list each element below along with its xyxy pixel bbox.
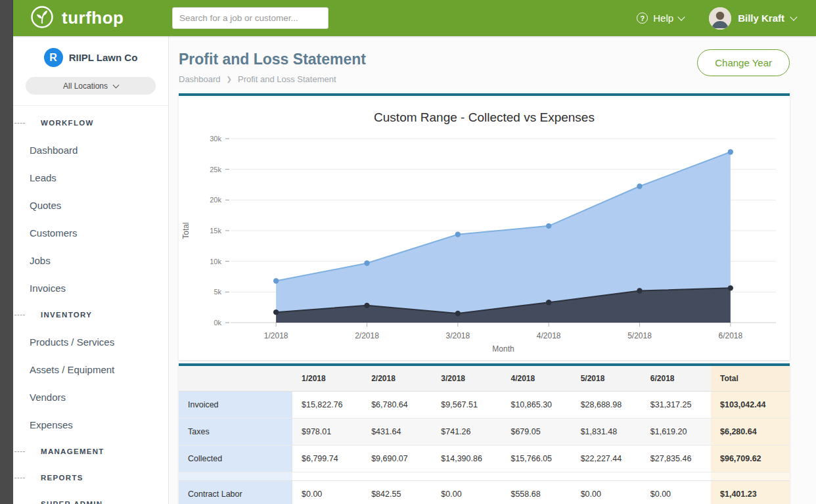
column-header: Total [711,366,790,392]
sidebar-item-jobs[interactable]: Jobs [13,246,168,274]
value-cell: $22,227.44 [572,446,641,472]
value-cell: $842.55 [362,481,432,504]
locations-label: All Locations [63,81,108,91]
brand[interactable]: turfhop [29,4,154,33]
total-cell: $103,042.44 [711,392,790,419]
nav-section-label: SUPER ADMIN [41,500,102,504]
svg-text:5k: 5k [214,288,221,296]
sidebar-item-vendors[interactable]: Vendors [13,383,168,411]
row-label-cell: Collected [179,446,292,472]
chart-card: Custom Range - Collected vs Expenses 0k5… [179,93,790,360]
sidebar: R RIIPL Lawn Co All Locations WORKFLOWDa… [13,36,169,504]
chevron-down-icon [790,13,797,20]
column-header: 5/2018 [572,366,641,392]
gap-cell [572,472,641,481]
value-cell: $6,799.74 [292,446,362,472]
svg-text:Month: Month [492,344,514,354]
value-cell: $6,780.64 [362,392,432,419]
value-cell: $15,766.05 [501,446,571,472]
svg-text:Total: Total [181,222,191,239]
value-cell: $558.68 [501,481,571,504]
sidebar-item-dashboard[interactable]: Dashboard [13,136,168,164]
help-icon: ? [637,12,648,24]
value-cell: $741.26 [432,419,501,446]
company-logo: R [44,48,63,67]
table-header-row: 1/20182/20183/20184/20185/20186/2018Tota… [179,366,790,392]
nav-section-label: WORKFLOW [41,119,94,127]
svg-text:25k: 25k [210,166,221,173]
chevron-down-icon [113,82,120,89]
company-header: R RIIPL Lawn Co All Locations [13,36,168,106]
sidebar-item-assets-equipment[interactable]: Assets / Equipment [13,355,168,383]
svg-text:15k: 15k [210,227,221,235]
sidebar-item-invoices[interactable]: Invoices [13,274,168,302]
value-cell: $1,831.48 [572,419,641,446]
svg-text:30k: 30k [210,135,221,143]
nav-section-label: REPORTS [41,474,83,482]
value-cell: $0.00 [641,481,711,504]
sidebar-item-customers[interactable]: Customers [13,219,168,246]
turfhop-logo-icon [29,4,55,33]
gap-cell [432,472,501,481]
tree-dash-icon [14,123,25,124]
pl-table: 1/20182/20183/20184/20185/20186/2018Tota… [179,366,790,504]
row-label-cell: Taxes [179,419,292,446]
nav-section-header: SUPER ADMIN [13,491,168,504]
search-input[interactable] [172,7,329,29]
table-card: 1/20182/20183/20184/20185/20186/2018Tota… [179,363,790,504]
page-header: Profit and Loss Statement Dashboard ❯ Pr… [169,36,816,93]
nav-section-label: MANAGEMENT [41,447,104,455]
tree-dash-icon [14,315,25,315]
total-cell: $6,280.64 [711,419,790,446]
breadcrumb-dashboard[interactable]: Dashboard [179,74,221,84]
svg-text:10k: 10k [210,258,221,265]
column-header: 1/2018 [292,366,362,392]
column-header [179,366,292,392]
tree-dash-icon [14,451,25,452]
value-cell: $27,835.46 [641,446,711,472]
sidebar-nav: WORKFLOWDashboardLeadsQuotesCustomersJob… [13,106,168,504]
user-menu[interactable]: Billy Kraft [709,7,796,30]
total-cell: $1,401.23 [711,481,790,504]
gap-cell [179,472,292,481]
value-cell: $31,317.25 [641,392,711,419]
svg-text:5/2018: 5/2018 [627,331,652,340]
value-cell: $0.00 [432,481,501,504]
svg-text:4/2018: 4/2018 [537,331,561,340]
gap-cell [292,472,362,481]
locations-dropdown[interactable]: All Locations [26,77,156,95]
value-cell: $28,688.98 [572,392,641,419]
table-row: Collected$6,799.74$9,690.07$14,390.86$15… [179,446,790,472]
gap-cell [501,472,571,481]
company-row[interactable]: R RIIPL Lawn Co [13,48,168,67]
app-window: turfhop ? Help Billy Kraft [13,0,816,504]
value-cell: $0.00 [572,481,641,504]
table-row: Contract Labor$0.00$842.55$0.00$558.68$0… [179,481,790,504]
topbar-right: ? Help Billy Kraft [637,7,796,30]
value-cell: $15,822.76 [292,392,362,419]
svg-text:1/2018: 1/2018 [264,331,288,340]
user-name: Billy Kraft [738,12,784,24]
value-cell: $1,619.20 [641,419,711,446]
svg-text:2/2018: 2/2018 [355,331,379,340]
sidebar-item-leads[interactable]: Leads [13,164,168,191]
svg-text:3/2018: 3/2018 [445,331,470,340]
column-header: 6/2018 [641,366,711,392]
svg-text:6/2018: 6/2018 [718,331,742,340]
help-menu[interactable]: ? Help [637,12,684,24]
sidebar-item-quotes[interactable]: Quotes [13,191,168,219]
value-cell: $679.05 [501,419,571,446]
sidebar-item-expenses[interactable]: Expenses [13,411,168,438]
user-avatar [709,7,731,30]
sidebar-item-products-services[interactable]: Products / Services [13,328,168,355]
help-label: Help [653,12,673,24]
gap-cell [711,472,790,481]
content-area: Custom Range - Collected vs Expenses 0k5… [179,93,790,504]
value-cell: $978.01 [292,419,362,446]
svg-text:20k: 20k [210,196,221,204]
breadcrumb: Dashboard ❯ Profit and Loss Statement [179,74,790,84]
change-year-button[interactable]: Change Year [697,49,790,76]
table-section-gap [179,472,790,481]
row-label-cell: Invoiced [179,392,292,419]
topbar: turfhop ? Help Billy Kraft [13,0,816,36]
